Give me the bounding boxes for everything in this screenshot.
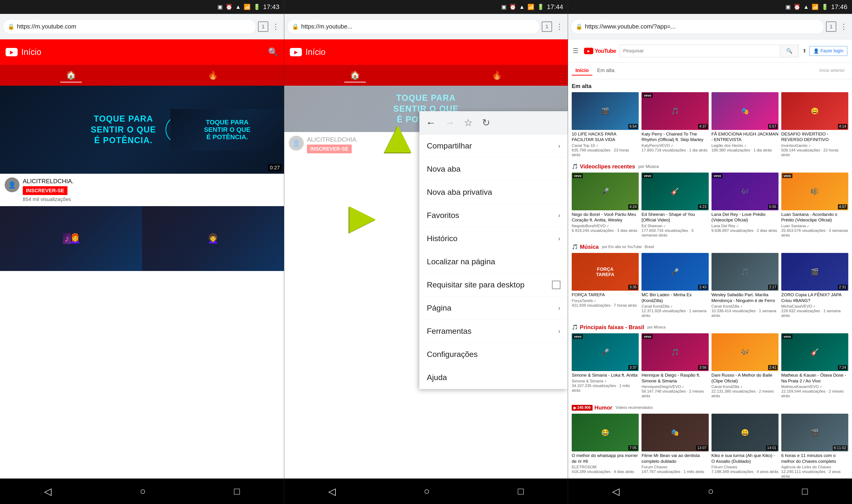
menu-item-nova-aba-privativa[interactable]: Nova aba privativa xyxy=(419,181,568,204)
h-duration-3: 14:01 xyxy=(766,445,778,450)
video-card-4[interactable]: 😄 4:14 DESAFIO INVERTIDO - REVERSO DEFIN… xyxy=(781,92,848,159)
m-card-1[interactable]: FORÇATAREFA 3:35 FORÇA TAREFA ForçaTaref… xyxy=(572,253,639,319)
url-text-1: https://m.youtube.com xyxy=(17,23,76,30)
vc-vevo-4: vevo xyxy=(782,174,793,178)
back-nav-btn[interactable]: ← xyxy=(426,117,436,128)
p-card-2[interactable]: 🎵 3:56 vevo Henrique & Diego - Raspão ft… xyxy=(642,333,709,400)
h-card-3[interactable]: 😄 14:01 Kiko e sua turma (Ah que Kiko) -… xyxy=(712,414,779,479)
yt-search-icon-1[interactable]: 🔍 xyxy=(268,47,278,57)
dropdown-menu: ← → ☆ ↻ Compartilhar › Nova aba Nova aba… xyxy=(419,111,568,389)
address-bar-2[interactable]: 🔒 https://m.youtube... xyxy=(287,19,540,34)
h-card-1[interactable]: 😂 7:05 O melhor do whatsapp pra morrer d… xyxy=(572,414,639,479)
search-input[interactable] xyxy=(620,45,780,57)
browser-chrome-2: 🔒 https://m.youtube... 1 ⋮ xyxy=(284,14,568,39)
thumb-right-1[interactable]: 👩‍🦱 xyxy=(142,206,284,271)
p-title-2: Henrique & Diego - Raspão ft. Simone & S… xyxy=(642,373,709,384)
vc-card-2[interactable]: 🎸 4:23 vevo Ed Sheeran - Shape of You [O… xyxy=(642,173,709,239)
video-banner-text-1: TOQUE PARASENTIR O QUEÉ POTÊNCIA. xyxy=(86,109,161,150)
forward-nav-btn[interactable]: → xyxy=(445,117,455,128)
menu-item-historico[interactable]: Histórico › xyxy=(419,227,568,250)
signin-btn[interactable]: 👤 Fazer login xyxy=(809,46,847,56)
bookmark-btn[interactable]: ☆ xyxy=(464,117,473,128)
browser-menu-btn-3[interactable]: ⋮ xyxy=(838,21,849,32)
views-2: 17.850.718 visualizações · 1 dia atrás xyxy=(642,148,709,152)
vc-title-3: Lana Del Rey - Love Prédio (Videoclipe O… xyxy=(712,212,779,223)
address-bar-3[interactable]: 🔒 https://www.youtube.com/?app=... xyxy=(571,19,824,34)
h-card-2[interactable]: 🎭 13:07 Filme Mr Bean vai ao dentista co… xyxy=(642,414,709,479)
m-card-4[interactable]: 🎬 2:31 ZORO Copia LA FÊNIX? JAPA Criou #… xyxy=(781,253,848,319)
m-thumb-4: 🎬 2:31 xyxy=(781,253,848,291)
video-card-1[interactable]: 🎬 6:54 10 LIFE HACKS PARA FACILITAR SUA … xyxy=(572,92,639,159)
yt-nav-home-1[interactable]: 🏠 xyxy=(60,68,82,83)
views-1: 635.799 visualizações · 23 horas atrás xyxy=(572,148,639,157)
back-btn-1[interactable]: ◁ xyxy=(37,483,58,499)
back-btn-2[interactable]: ◁ xyxy=(321,483,343,499)
wifi-icon-3: 📶 xyxy=(812,4,819,10)
yt-nav-trending-2[interactable]: 🔥 xyxy=(486,69,508,82)
subscribe-btn-1[interactable]: INSCREVER-SE xyxy=(23,186,68,195)
yt-nav-home-2[interactable]: 🏠 xyxy=(344,68,366,83)
tab-badge-1[interactable]: 1 xyxy=(258,21,268,32)
yt-logo-icon-1 xyxy=(5,48,18,56)
hamburger-icon[interactable]: ☰ xyxy=(573,47,578,55)
video-banner-1[interactable]: TOQUE PARASENTIR O QUEÉ POTÊNCIA. ◎ TOQU… xyxy=(0,86,284,174)
home-btn-3[interactable]: ○ xyxy=(701,483,720,499)
m-duration-3: 2:17 xyxy=(768,285,778,290)
h-duration-1: 7:05 xyxy=(628,445,638,450)
home-btn-2[interactable]: ○ xyxy=(417,483,437,499)
thumb-left-1[interactable]: ♪ 👩‍🦰 xyxy=(0,206,142,271)
h-title-3: Kiko e sua turma (Ah que Kiko) - O Assal… xyxy=(712,453,779,464)
menu-item-ferramentas[interactable]: Ferramentas › xyxy=(419,320,568,343)
m-card-3[interactable]: 🎵 2:17 Wesley Safadão Part. Marília Mend… xyxy=(712,253,779,319)
search-btn[interactable]: 🔍 xyxy=(780,45,798,57)
upload-icon[interactable]: ⬆ xyxy=(802,48,806,54)
address-bar-1[interactable]: 🔒 https://m.youtube.com xyxy=(3,19,256,34)
nav-em-alta[interactable]: Em alta xyxy=(593,66,618,75)
p-card-3[interactable]: 🎶 2:41 Dani Russo - A Melhor do Baile (C… xyxy=(712,333,779,400)
menu-item-localizar[interactable]: Localizar na página xyxy=(419,250,568,273)
menu-item-favoritos[interactable]: Favoritos › xyxy=(419,204,568,227)
desktop-checkbox[interactable] xyxy=(552,281,560,289)
home-btn-1[interactable]: ○ xyxy=(133,483,153,499)
vc-views-2: 177.650.716 visualizações · 3 semanas at… xyxy=(642,228,709,238)
humor-subscribe-badge[interactable]: ▶ 240.906 xyxy=(572,405,593,411)
nav-inicio[interactable]: Início xyxy=(572,66,592,75)
menu-item-requisitar[interactable]: Requisitar site para desktop xyxy=(419,273,568,296)
recent-btn-3[interactable]: □ xyxy=(795,483,815,499)
menu-item-nova-aba[interactable]: Nova aba xyxy=(419,158,568,181)
menu-item-pagina[interactable]: Página › xyxy=(419,296,568,320)
vc-vevo-2: vevo xyxy=(642,174,653,178)
h-card-4[interactable]: 🎬 6:11:02 6 horas e 11 minutos com o mel… xyxy=(781,414,848,479)
tab-badge-3[interactable]: 1 xyxy=(826,21,836,32)
browser-chrome-3: 🔒 https://www.youtube.com/?app=... 1 ⋮ xyxy=(568,14,852,39)
menu-item-compartilhar[interactable]: Compartilhar › xyxy=(419,134,568,158)
back-btn-3[interactable]: ◁ xyxy=(605,483,626,499)
yt-desktop-search[interactable]: 🔍 xyxy=(620,45,799,57)
menu-item-configuracoes[interactable]: Configurações xyxy=(419,343,568,366)
menu-label-nova-aba-privativa: Nova aba privativa xyxy=(427,187,560,197)
p-title-3: Dani Russo - A Melhor do Baile (Clipe Of… xyxy=(712,373,779,384)
alarm-icon: ⏰ xyxy=(226,4,232,10)
vc-card-3[interactable]: 🎶 5:55 vevo Lana Del Rey - Love Prédio (… xyxy=(712,173,779,239)
menu-item-ajuda[interactable]: Ajuda xyxy=(419,366,568,389)
duration-3: 5:57 xyxy=(768,124,778,129)
menu-arrow-ferramentas: › xyxy=(558,327,560,335)
menu-label-configuracoes: Configurações xyxy=(427,350,560,359)
browser-menu-btn-1[interactable]: ⋮ xyxy=(270,21,281,32)
yt-nav-trending-1[interactable]: 🔥 xyxy=(202,69,224,82)
browser-menu-btn-2[interactable]: ⋮ xyxy=(554,21,565,32)
tab-badge-2[interactable]: 1 xyxy=(542,21,552,32)
recent-btn-1[interactable]: □ xyxy=(227,483,247,499)
video-card-2[interactable]: 🎵 4:37 vevo Katy Perry - Chained To The … xyxy=(642,92,709,159)
p-card-4[interactable]: 🎸 7:24 vevo Matheus & Kauan - Ótava Dose… xyxy=(781,333,848,400)
m-card-2[interactable]: 🎤 2:43 MC Bin Laden - Minha Ex (KondZill… xyxy=(642,253,709,319)
p-card-1[interactable]: 🎤 3:37 vevo Simone & Simaria - Loka ft. … xyxy=(572,333,639,400)
video-grid-videoclipes: 🎤 4:24 vevo Nego do Borel - Você Partiu … xyxy=(572,173,848,239)
vc-duration-4: 4:07 xyxy=(838,204,847,210)
vc-card-4[interactable]: 🎼 4:07 vevo Luan Santana - Acordando o P… xyxy=(781,173,848,239)
video-card-3[interactable]: 🎭 5:57 FÃ EMOCIONA HUGH JACKMAN - ENTREV… xyxy=(712,92,779,159)
refresh-btn[interactable]: ↻ xyxy=(482,117,490,128)
h-views-3: 7.198.349 visualizações · 4 anos atrás xyxy=(712,469,779,474)
recent-btn-2[interactable]: □ xyxy=(511,483,531,499)
vc-card-1[interactable]: 🎤 4:24 vevo Nego do Borel - Você Partiu … xyxy=(572,173,639,239)
